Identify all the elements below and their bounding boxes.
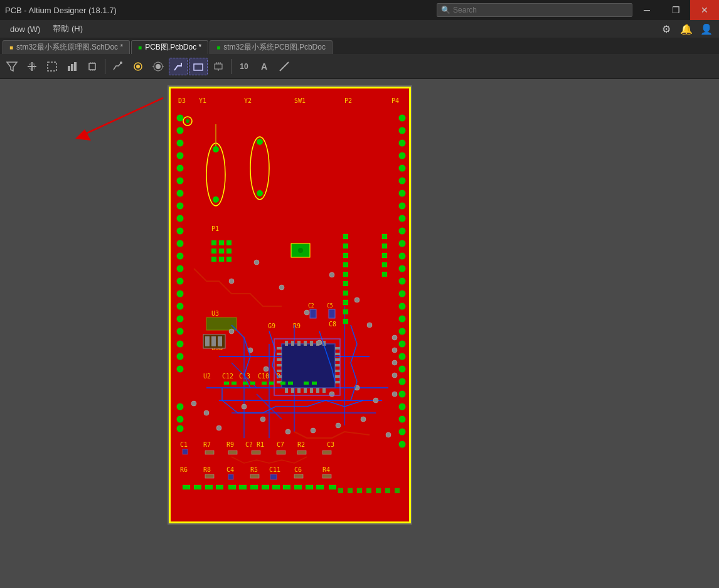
- search-input[interactable]: [453, 6, 616, 14]
- svg-rect-245: [288, 382, 293, 385]
- svg-point-82: [177, 215, 184, 222]
- rect-tool[interactable]: [189, 58, 208, 75]
- line-icon: [279, 61, 290, 72]
- svg-rect-200: [297, 451, 306, 454]
- tab-pcb2-label: stm32最小系统PCB图.PcbDoc: [223, 42, 326, 53]
- svg-rect-248: [183, 485, 190, 489]
- svg-point-111: [399, 278, 406, 285]
- svg-rect-192: [310, 309, 316, 318]
- svg-point-131: [257, 190, 263, 196]
- svg-rect-257: [283, 485, 290, 489]
- svg-text:P2: P2: [344, 97, 352, 104]
- svg-point-110: [399, 265, 406, 272]
- user-icon-btn[interactable]: 👤: [699, 21, 714, 36]
- text-tool[interactable]: A: [255, 58, 274, 75]
- via-tool[interactable]: [129, 58, 147, 75]
- svg-rect-140: [343, 291, 348, 296]
- close-button[interactable]: ✕: [690, 0, 719, 20]
- menu-window[interactable]: dow (W): [5, 23, 45, 35]
- svg-rect-196: [205, 451, 214, 454]
- svg-point-99: [399, 127, 406, 134]
- svg-point-91: [177, 328, 184, 335]
- svg-point-236: [392, 373, 397, 378]
- svg-rect-254: [250, 485, 258, 489]
- tab-pcb[interactable]: ■ PCB图.PcbDoc *: [131, 40, 208, 54]
- svg-text:P4: P4: [391, 97, 399, 104]
- svg-text:C10: C10: [258, 373, 269, 380]
- svg-rect-166: [285, 388, 288, 393]
- svg-rect-190: [211, 336, 216, 346]
- svg-point-220: [329, 392, 334, 397]
- wire-tool[interactable]: [109, 58, 127, 75]
- select-tool[interactable]: [43, 58, 61, 75]
- svg-point-123: [399, 429, 406, 436]
- svg-rect-5: [68, 66, 70, 71]
- pad-tool[interactable]: [149, 58, 168, 75]
- filter-tool[interactable]: [3, 58, 21, 75]
- plus-cross-icon: [26, 61, 38, 72]
- component-place-tool[interactable]: [209, 58, 228, 75]
- svg-point-98: [399, 115, 406, 122]
- svg-point-215: [367, 323, 372, 328]
- svg-point-119: [399, 378, 406, 385]
- number10-tool[interactable]: 10: [235, 58, 253, 75]
- svg-text:C? R1: C? R1: [245, 441, 264, 448]
- tab-pcb2[interactable]: ■ stm32最小系统PCB图.PcbDoc: [210, 40, 333, 54]
- svg-rect-185: [335, 375, 340, 378]
- svg-text:SW1: SW1: [294, 97, 306, 104]
- svg-text:C5: C5: [327, 303, 333, 309]
- svg-text:C7: C7: [277, 441, 284, 448]
- svg-point-228: [361, 417, 366, 422]
- svg-point-226: [311, 428, 316, 433]
- wire-icon: [112, 61, 124, 72]
- add-tool[interactable]: [23, 58, 41, 75]
- svg-rect-250: [205, 485, 213, 489]
- restore-button[interactable]: ❐: [661, 0, 690, 20]
- settings-icon-btn[interactable]: ⚙: [659, 21, 674, 36]
- svg-point-211: [279, 285, 284, 290]
- svg-rect-205: [322, 474, 331, 478]
- svg-rect-253: [239, 485, 247, 489]
- svg-point-85: [177, 253, 184, 260]
- svg-point-80: [177, 190, 184, 197]
- minimize-button[interactable]: ─: [632, 0, 661, 20]
- track-tool[interactable]: [169, 58, 188, 75]
- svg-point-120: [399, 391, 406, 398]
- svg-text:G9: G9: [268, 323, 275, 329]
- svg-text:R2: R2: [297, 441, 305, 448]
- svg-point-214: [354, 297, 360, 302]
- toolbar-right: ⚙ 🔔 👤: [659, 21, 714, 36]
- svg-rect-175: [277, 358, 282, 361]
- svg-point-116: [399, 341, 406, 348]
- svg-rect-152: [211, 249, 216, 254]
- track-icon: [173, 61, 184, 72]
- svg-rect-259: [306, 485, 313, 489]
- svg-point-88: [177, 291, 184, 297]
- svg-point-222: [373, 398, 378, 403]
- line-tool[interactable]: [275, 58, 294, 75]
- svg-rect-135: [343, 243, 348, 249]
- menu-help[interactable]: 帮助 (H): [48, 22, 88, 36]
- svg-rect-249: [194, 485, 201, 489]
- svg-rect-204: [294, 474, 303, 478]
- chip-icon: [87, 61, 98, 72]
- svg-point-106: [399, 215, 406, 222]
- svg-point-117: [399, 353, 406, 360]
- chip-tool[interactable]: [83, 58, 102, 75]
- tab-schematic[interactable]: ■ stm32最小系统原理图.SchDoc *: [3, 40, 130, 54]
- svg-point-126: [213, 146, 219, 152]
- svg-rect-145: [382, 243, 387, 249]
- svg-point-210: [254, 260, 259, 265]
- tool-separator-1: [105, 59, 105, 74]
- search-box[interactable]: 🔍: [437, 3, 632, 17]
- svg-rect-148: [382, 272, 387, 277]
- svg-rect-238: [224, 382, 229, 385]
- bell-icon-btn[interactable]: 🔔: [679, 21, 694, 36]
- svg-rect-270: [385, 488, 390, 493]
- pcb-canvas[interactable]: D3 Y1 Y2 SW1 P2 P4 P1 U3 USB U2 C12 C13 …: [168, 85, 412, 525]
- svg-rect-260: [316, 485, 324, 489]
- svg-point-107: [399, 228, 406, 235]
- svg-rect-143: [343, 319, 348, 324]
- toolbar-area: 10 A: [0, 54, 719, 79]
- chart-tool[interactable]: [63, 58, 82, 75]
